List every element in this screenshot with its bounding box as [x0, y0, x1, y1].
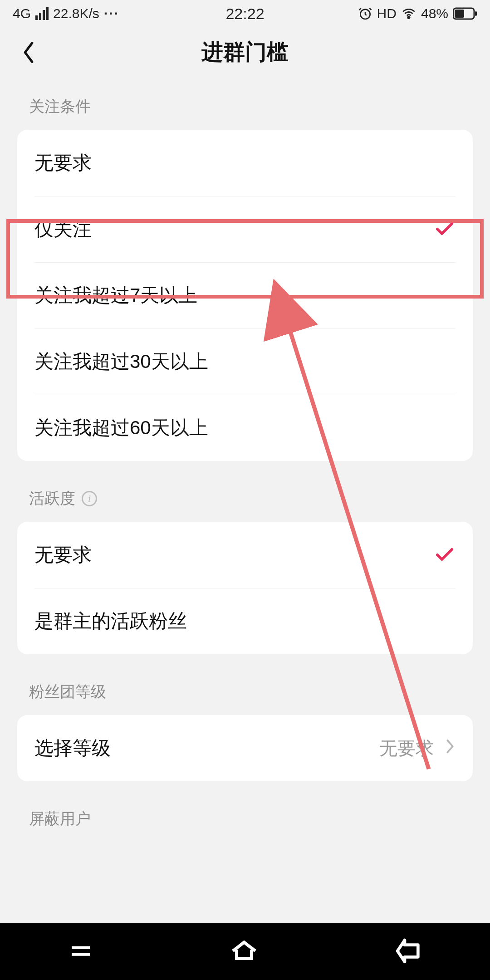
hd-label: HD [377, 6, 397, 21]
status-bar: 4G 22.8K/s ··· 22:22 HD 48% [0, 0, 490, 27]
option-label: 无要求 [34, 542, 92, 568]
row-label: 选择等级 [34, 735, 111, 761]
fanlevel-card: 选择等级 无要求 [17, 715, 473, 781]
follow-option-7d[interactable]: 关注我超过7天以上 [17, 262, 473, 328]
page-header: 进群门槛 [0, 27, 490, 77]
back-button[interactable] [16, 40, 41, 65]
battery-percent: 48% [421, 6, 448, 21]
activity-card: 无要求 是群主的活跃粉丝 [17, 522, 473, 654]
svg-rect-4 [475, 11, 477, 16]
option-label: 仅关注 [34, 216, 92, 242]
android-nav-bar [0, 923, 490, 980]
nav-home-button[interactable] [229, 936, 259, 968]
info-icon[interactable]: i [82, 491, 97, 506]
option-label: 无要求 [34, 150, 92, 176]
follow-option-none[interactable]: 无要求 [17, 130, 473, 196]
alarm-icon [358, 6, 372, 21]
section-label-activity: 活跃度 i [0, 461, 490, 522]
nav-back-button[interactable] [394, 936, 423, 967]
follow-option-60d[interactable]: 关注我超过60天以上 [17, 395, 473, 461]
section-label-follow: 关注条件 [0, 77, 490, 130]
section-label-fanlevel: 粉丝团等级 [0, 654, 490, 715]
activity-option-none[interactable]: 无要求 [17, 522, 473, 588]
follow-option-30d[interactable]: 关注我超过30天以上 [17, 328, 473, 395]
follow-condition-card: 无要求 仅关注 关注我超过7天以上 关注我超过30天以上 关注我超过60天以上 [17, 130, 473, 461]
option-label: 关注我超过30天以上 [34, 349, 208, 374]
more-dots-icon: ··· [104, 6, 119, 21]
section-text: 活跃度 [29, 488, 75, 509]
activity-option-active-fan[interactable]: 是群主的活跃粉丝 [17, 588, 473, 654]
check-icon [434, 543, 456, 567]
nav-recent-button[interactable] [67, 937, 94, 966]
page-title: 进群门槛 [201, 38, 289, 67]
net-speed: 22.8K/s [53, 6, 99, 21]
wifi-icon [401, 6, 416, 21]
row-value: 无要求 [379, 736, 434, 761]
signal-icon [35, 7, 49, 20]
check-icon [434, 217, 456, 241]
battery-icon [453, 7, 477, 20]
option-label: 关注我超过7天以上 [34, 283, 197, 308]
svg-rect-3 [455, 10, 464, 18]
chevron-left-icon [21, 40, 36, 64]
option-label: 是群主的活跃粉丝 [34, 608, 187, 634]
fanlevel-row[interactable]: 选择等级 无要求 [17, 715, 473, 781]
section-label-block: 屏蔽用户 [0, 781, 490, 842]
chevron-right-icon [445, 738, 456, 759]
network-type: 4G [13, 6, 31, 21]
svg-point-1 [408, 16, 410, 18]
follow-option-only[interactable]: 仅关注 [17, 196, 473, 262]
clock-time: 22:22 [225, 5, 264, 23]
option-label: 关注我超过60天以上 [34, 415, 208, 441]
